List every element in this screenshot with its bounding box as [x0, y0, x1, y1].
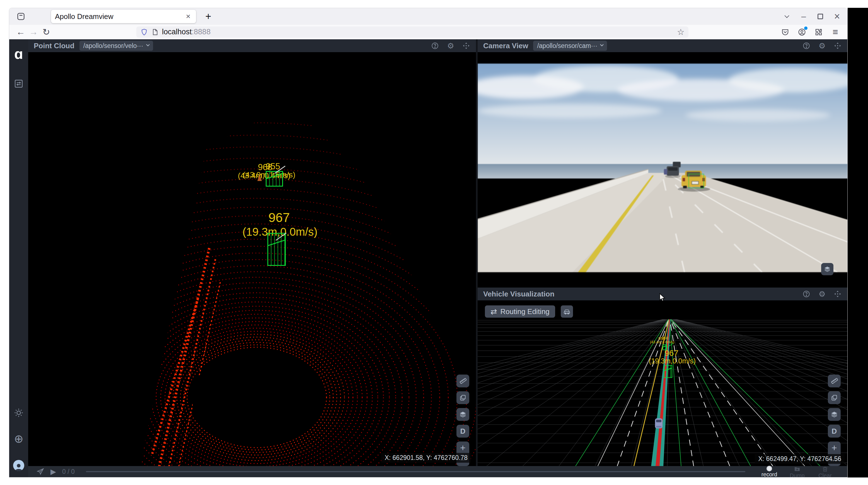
url-text[interactable]: localhost:8888	[162, 28, 677, 36]
browser-window: Apollo Dreamview × + – × ← → ↻ localhos	[9, 8, 848, 478]
apollo-logo[interactable]: ɑ	[14, 47, 23, 61]
point-cloud-view-tools: D + −	[457, 374, 469, 466]
right-column: Camera View /apollo/sensor/cam··· ⚙	[478, 39, 847, 466]
menu-hamburger-icon[interactable]: ≡	[831, 27, 840, 37]
routing-editing-label: Routing Editing	[500, 307, 549, 316]
user-avatar[interactable]	[13, 460, 24, 471]
zoom-in-button[interactable]: +	[832, 442, 837, 453]
pocket-icon[interactable]	[780, 27, 790, 37]
new-tab-button[interactable]: +	[202, 10, 214, 22]
vehicle-viz-view-tools: D + −	[828, 374, 841, 466]
window-restore-button[interactable]	[814, 10, 827, 23]
send-routing-icon[interactable]	[36, 468, 44, 476]
move-panel-icon[interactable]	[833, 41, 842, 50]
point-cloud-channel-select[interactable]: /apollo/sensor/velo···	[80, 41, 153, 51]
dimension-toggle-button[interactable]: D	[828, 425, 841, 437]
playback-progress-bar[interactable]	[86, 471, 745, 472]
routing-toolbar: ⇄ Routing Editing	[485, 305, 573, 318]
shield-icon[interactable]	[140, 28, 148, 36]
ego-blind-zone	[192, 350, 322, 445]
add-panel-icon[interactable]: ⊕	[14, 433, 24, 444]
play-button[interactable]: ▶	[51, 467, 56, 476]
gear-icon[interactable]: ⚙	[446, 41, 455, 50]
tab-close-icon[interactable]: ×	[184, 12, 192, 21]
help-icon[interactable]	[431, 41, 439, 50]
desktop-background	[848, 8, 868, 478]
point-cloud-panel: Point Cloud /apollo/sensor/velo··· ⚙	[28, 39, 476, 466]
help-icon[interactable]	[802, 41, 811, 50]
dump-button[interactable]: Dump	[784, 465, 810, 478]
ruler-icon[interactable]	[457, 374, 469, 387]
obstacle-id-label: 967	[257, 211, 302, 225]
reload-button[interactable]: ↻	[40, 27, 53, 37]
vehicle-visualization-panel: Vehicle Visualization ⚙	[478, 287, 847, 466]
theme-sun-icon[interactable]	[14, 408, 24, 418]
bookmark-star-icon[interactable]: ☆	[677, 27, 685, 37]
tab-apollo-dreamview[interactable]: Apollo Dreamview ×	[51, 10, 196, 23]
browser-tab-bar: Apollo Dreamview × + – ×	[9, 8, 847, 25]
camera-image	[478, 64, 847, 272]
camera-view-panel: Camera View /apollo/sensor/cam··· ⚙	[478, 39, 847, 287]
help-icon[interactable]	[802, 290, 811, 298]
clear-button[interactable]: Clear	[812, 465, 838, 478]
layers-icon[interactable]	[828, 408, 841, 421]
browser-toolbar: ← → ↻ localhost:8888 ☆	[9, 25, 847, 39]
obstacle-speed-label: (43.4m,0.6m/s)	[650, 340, 674, 344]
move-panel-icon[interactable]	[833, 290, 842, 298]
back-button[interactable]: ←	[14, 27, 27, 37]
camera-image-area	[478, 52, 847, 287]
toolbar-icon-group: ≡	[780, 27, 840, 37]
dump-folder-icon	[794, 466, 801, 473]
clear-trash-icon	[822, 466, 828, 473]
obstacle-wirebox	[664, 365, 672, 378]
panel-mode-icon[interactable]	[14, 79, 24, 88]
list-tabs-chevron-icon[interactable]	[780, 10, 793, 23]
window-minimize-button[interactable]: –	[797, 10, 810, 23]
routing-editing-button[interactable]: ⇄ Routing Editing	[485, 305, 555, 318]
vehicle-visualization-title: Vehicle Visualization	[483, 290, 554, 298]
gear-icon[interactable]: ⚙	[818, 290, 826, 298]
recorder-actions: record Dump Clear	[756, 465, 838, 478]
dimension-toggle-button[interactable]: D	[457, 425, 469, 437]
ruler-icon[interactable]	[828, 374, 841, 387]
obstacle-id-label: 967	[662, 348, 681, 358]
gear-icon[interactable]: ⚙	[818, 41, 826, 50]
page-info-icon[interactable]	[151, 28, 159, 36]
firefox-view-icon[interactable]	[15, 10, 27, 23]
copy-view-icon[interactable]	[828, 391, 841, 404]
camera-layers-button[interactable]	[821, 263, 833, 275]
url-host: localhost	[162, 28, 192, 36]
mouse-coordinates: X: 662901.58, Y: 4762760.78	[381, 453, 471, 463]
ego-vehicle	[655, 418, 662, 428]
extensions-puzzle-icon[interactable]	[814, 27, 824, 37]
vehicle-viz-canvas[interactable]: 955 968 (43.4m,0.6m/s) 967 (19.3m,0.0m/s…	[478, 300, 847, 466]
camera-channel-select[interactable]: /apollo/sensor/cam···	[533, 41, 607, 51]
vehicle-settings-button[interactable]	[561, 305, 573, 318]
copy-view-icon[interactable]	[457, 391, 469, 404]
layers-icon[interactable]	[457, 408, 469, 421]
account-icon[interactable]	[797, 27, 807, 37]
clear-label: Clear	[818, 473, 832, 478]
forward-button[interactable]: →	[27, 27, 40, 37]
traffic-cone	[257, 174, 262, 181]
rail-bottom-group: ⊕	[13, 408, 24, 477]
camera-view-title: Camera View	[483, 41, 528, 50]
chevron-down-icon	[146, 43, 150, 46]
point-cloud-header: Point Cloud /apollo/sensor/velo··· ⚙	[28, 39, 476, 52]
zoom-in-button[interactable]: +	[460, 442, 466, 453]
record-button[interactable]: record	[756, 465, 782, 477]
obstacle-speed-label: (19.3m,0.0m/s)	[649, 357, 693, 365]
url-port: :8888	[192, 28, 211, 36]
point-cloud-canvas[interactable]: 968 955 (43.4m,0.4m/s) (43.0m,1.6m/s) 96…	[28, 52, 476, 466]
url-bar[interactable]: localhost:8888 ☆	[136, 27, 688, 38]
mouse-cursor	[659, 293, 666, 302]
window-close-button[interactable]: ×	[831, 10, 843, 23]
move-panel-icon[interactable]	[462, 41, 470, 50]
dump-label: Dump	[789, 473, 804, 478]
mouse-coordinates: X: 662499.47, Y: 4762764.56	[755, 454, 844, 464]
obstacle-id-label: 955	[266, 162, 280, 171]
player-bar: ▶ 0 / 0 record Dump Clear	[28, 466, 847, 477]
screen: Apollo Dreamview × + – × ← → ↻ localhos	[0, 0, 868, 485]
app-side-rail: ɑ ⊕	[9, 39, 28, 477]
dreamview-app: ɑ ⊕ Point Cloud	[9, 39, 847, 477]
